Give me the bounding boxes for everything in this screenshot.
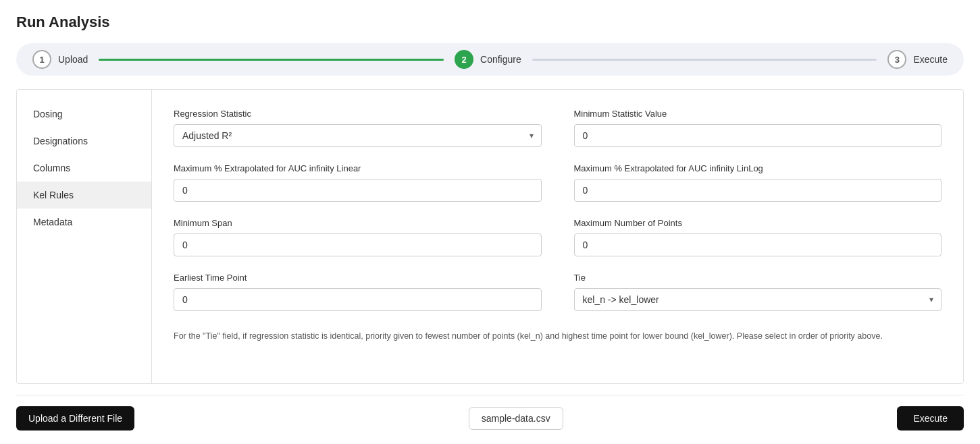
filename-badge: sample-data.csv <box>469 407 563 430</box>
step-circle-execute: 3 <box>887 50 906 69</box>
sidebar-item-metadata[interactable]: Metadata <box>17 209 151 235</box>
earliest-time-point-input[interactable] <box>174 288 542 311</box>
step-label-upload: Upload <box>58 54 88 65</box>
step-execute: 3 Execute <box>887 50 948 69</box>
max-extrapolated-linlog-input[interactable] <box>574 179 942 202</box>
label-earliest-time-point: Earliest Time Point <box>174 273 542 283</box>
sidebar-item-dosing[interactable]: Dosing <box>17 101 151 128</box>
form-area: Regression Statistic Adjusted R² R² AIC … <box>152 90 963 383</box>
step-configure: 2 Configure <box>455 50 521 69</box>
form-group-minimum-span: Minimum Span <box>174 218 542 256</box>
form-group-maximum-number-of-points: Maximum Number of Points <box>574 218 942 256</box>
minimum-statistic-value-input[interactable] <box>574 124 942 147</box>
step-label-execute: Execute <box>913 54 948 65</box>
tie-select[interactable]: kel_n -> kel_lower kel_lower -> kel_n <box>574 288 942 311</box>
tie-select-wrapper: kel_n -> kel_lower kel_lower -> kel_n ▾ <box>574 288 942 311</box>
label-minimum-span: Minimum Span <box>174 218 542 228</box>
label-max-extrapolated-linlog: Maximum % Extrapolated for AUC infinity … <box>574 163 942 173</box>
step-circle-upload: 1 <box>32 50 51 69</box>
minimum-span-input[interactable] <box>174 233 542 256</box>
label-tie: Tie <box>574 273 942 283</box>
label-regression-statistic: Regression Statistic <box>174 109 542 119</box>
step-circle-configure: 2 <box>455 50 473 69</box>
execute-button[interactable]: Execute <box>897 406 964 431</box>
form-grid: Regression Statistic Adjusted R² R² AIC … <box>174 109 942 343</box>
page-title: Run Analysis <box>16 13 964 31</box>
main-content: Dosing Designations Columns Kel Rules Me… <box>16 89 964 384</box>
sidebar-item-kel-rules[interactable]: Kel Rules <box>17 182 151 209</box>
label-max-extrapolated-linear: Maximum % Extrapolated for AUC infinity … <box>174 163 542 173</box>
label-maximum-number-of-points: Maximum Number of Points <box>574 218 942 228</box>
step-label-configure: Configure <box>480 54 521 65</box>
step-line-2 <box>532 59 877 61</box>
step-line-1 <box>99 59 444 61</box>
stepper: 1 Upload 2 Configure 3 Execute <box>16 43 964 76</box>
label-minimum-statistic-value: Minimum Statistic Value <box>574 109 942 119</box>
form-group-regression-statistic: Regression Statistic Adjusted R² R² AIC … <box>174 109 542 147</box>
tie-info-text: For the "Tie" field, if regression stati… <box>174 330 942 343</box>
form-group-max-extrapolated-linear: Maximum % Extrapolated for AUC infinity … <box>174 163 542 202</box>
upload-different-file-button[interactable]: Upload a Different File <box>16 406 134 431</box>
sidebar-item-designations[interactable]: Designations <box>17 128 151 155</box>
max-extrapolated-linear-input[interactable] <box>174 179 542 202</box>
form-group-tie: Tie kel_n -> kel_lower kel_lower -> kel_… <box>574 273 942 311</box>
footer: Upload a Different File sample-data.csv … <box>16 395 964 444</box>
regression-statistic-select-wrapper: Adjusted R² R² AIC BIC ▾ <box>174 124 542 147</box>
form-group-earliest-time-point: Earliest Time Point <box>174 273 542 311</box>
form-group-minimum-statistic-value: Minimum Statistic Value <box>574 109 942 147</box>
sidebar-item-columns[interactable]: Columns <box>17 155 151 182</box>
step-upload: 1 Upload <box>32 50 88 69</box>
sidebar: Dosing Designations Columns Kel Rules Me… <box>17 90 152 383</box>
form-group-max-extrapolated-linlog: Maximum % Extrapolated for AUC infinity … <box>574 163 942 202</box>
maximum-number-of-points-input[interactable] <box>574 233 942 256</box>
regression-statistic-select[interactable]: Adjusted R² R² AIC BIC <box>174 124 542 147</box>
